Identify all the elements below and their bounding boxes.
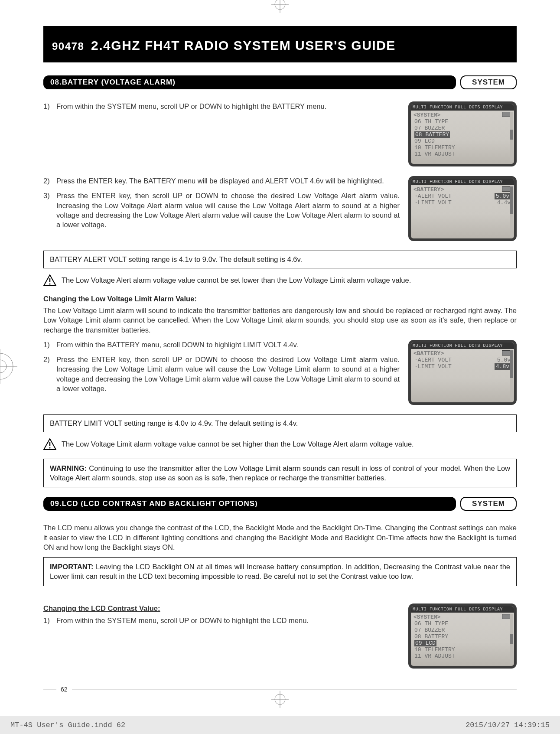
footer-left: MT-4S User's Guide.indd 62 (10, 721, 125, 729)
warning-icon (43, 274, 56, 286)
header-band: 90478 2.4GHZ FH4T RADIO SYSTEM USER'S GU… (43, 26, 517, 62)
lcd-battery-alert: MULTI FUNCTION FULL DOTS DISPLAY <BATTER… (408, 176, 517, 241)
crop-mark-top (271, 0, 289, 13)
s08-step1: From within the SYSTEM menu, scroll UP o… (56, 101, 326, 111)
page-number: 62 (61, 686, 68, 693)
svg-point-9 (49, 283, 50, 284)
limit-warn-text: The Low Voltage Limit alarm voltage valu… (62, 440, 414, 448)
guide-title: 2.4GHZ FH4T RADIO SYSTEM USER'S GUIDE (91, 38, 396, 52)
lcd-subheading: Changing the LCD Contrast Value: (43, 604, 400, 613)
alert-warn-text: The Low Voltage Alert alarm voltage valu… (62, 276, 411, 284)
s08-step3: Press the ENTER key, then scroll UP or D… (56, 191, 400, 229)
s09-intro: The LCD menu allows you change the contr… (43, 523, 517, 552)
lcd-system-battery: MULTI FUNCTION FULL DOTS DISPLAY <SYSTEM… (408, 101, 517, 166)
footer-right: 2015/10/27 14:39:15 (466, 721, 550, 729)
crop-mark-bottom (271, 691, 289, 708)
lcd-battery-limit: MULTI FUNCTION FULL DOTS DISPLAY <BATTER… (408, 340, 517, 405)
section-09-title: 09.LCD (LCD CONTRAST AND BACKLIGHT OPTIO… (43, 497, 456, 511)
s08-step2: Press the ENTER key. The BATTERY menu wi… (56, 176, 384, 186)
svg-point-12 (49, 447, 50, 448)
limit-subheading: Changing the Low Voltage Limit Alarm Val… (43, 295, 517, 303)
lcd-system-lcd: MULTI FUNCTION FULL DOTS DISPLAY <SYSTEM… (408, 604, 517, 669)
important-callout: IMPORTANT: Leaving the LCD Backlight ON … (43, 557, 517, 586)
limit-step2: Press the ENTER key, then scroll UP or D… (56, 355, 400, 393)
limit-para: The Low Voltage Limit alarm will sound t… (43, 306, 517, 335)
limit-range-box: BATTERY LIMIT VOLT setting range is 4.0v… (43, 414, 517, 432)
limit-step1: From within the BATTERY menu, scroll DOW… (56, 340, 298, 349)
registration-target (0, 349, 17, 385)
warning-icon (43, 438, 56, 450)
footer-bar: MT-4S User's Guide.indd 62 2015/10/27 14… (0, 716, 560, 734)
product-code: 90478 (52, 40, 84, 52)
warning-callout: WARNING: Continuing to use the transmitt… (43, 459, 517, 488)
s09-step1: From within the SYSTEM menu, scroll UP o… (56, 616, 309, 625)
system-tag: SYSTEM (460, 497, 517, 511)
system-tag: SYSTEM (460, 75, 517, 89)
alert-range-box: BATTERY ALERT VOLT setting range is 4.1v… (43, 251, 517, 268)
section-08-title: 08.BATTERY (VOLTAGE ALARM) (43, 75, 456, 89)
